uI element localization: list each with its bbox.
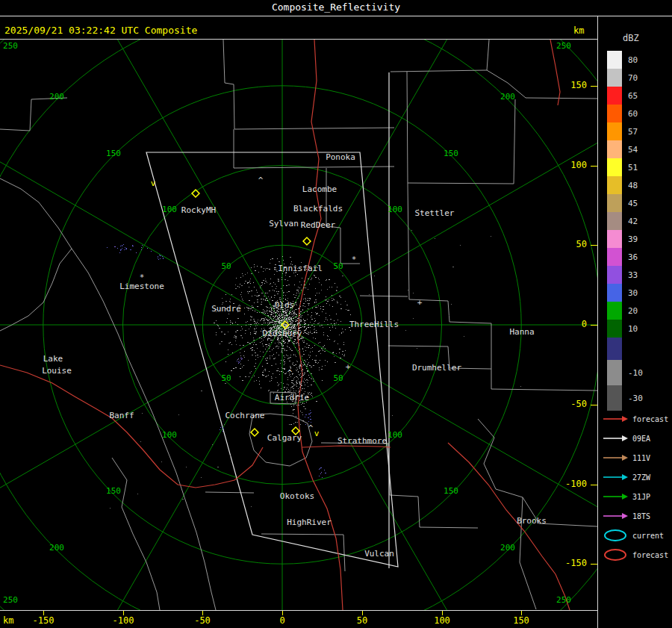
x-axis: km -150-100-50050100150 xyxy=(0,611,598,628)
point-symbol: * xyxy=(140,273,145,282)
colorbar-entry: 45 xyxy=(607,194,643,212)
colorbar-value-label: 36 xyxy=(628,252,638,262)
colorbar-swatch xyxy=(607,194,622,212)
colorbar-swatch xyxy=(607,176,622,194)
colorbar-entry: 65 xyxy=(607,87,643,105)
legend-label: current xyxy=(632,532,664,540)
colorbar-value-label: 65 xyxy=(628,91,638,101)
ring-distance-label: 150 xyxy=(444,149,458,158)
range-spoke xyxy=(282,325,598,529)
city-label: Ponoka xyxy=(326,152,355,162)
legend-item: 18TS xyxy=(603,506,668,526)
ring-distance-label: 200 xyxy=(500,92,515,102)
legend-label: 18TS xyxy=(632,512,650,520)
highway xyxy=(302,446,391,447)
y-axis-unit-label: km xyxy=(573,25,584,36)
city-label: Louise xyxy=(42,366,72,376)
colorbar-entry: 48 xyxy=(607,176,643,194)
colorbar-entry xyxy=(607,338,643,360)
colorbar-entry: 57 xyxy=(607,122,643,140)
ring-distance-label: 100 xyxy=(162,205,177,214)
colorbar-value-label: -10 xyxy=(628,368,643,378)
point-symbol: ^ xyxy=(287,368,293,378)
legend-arrow-icon xyxy=(603,432,629,445)
colorbar-value-label: 54 xyxy=(628,145,638,155)
colorbar-value-label: 51 xyxy=(628,163,638,172)
city-label: Sylvan xyxy=(269,219,299,228)
radar-site-marker xyxy=(251,429,258,436)
city-label: Sundre xyxy=(211,304,241,314)
colorbar-value-label: 45 xyxy=(628,199,638,208)
city-label: Brooks xyxy=(517,516,547,526)
legend-label: 09EA xyxy=(632,435,650,443)
colorbar-value-label: 42 xyxy=(628,217,638,226)
colorbar-swatch xyxy=(607,51,622,69)
colorbar-value-label: 60 xyxy=(628,109,638,119)
ring-distance-label: 250 xyxy=(556,41,571,51)
colorbar-entry: -10 xyxy=(607,360,643,385)
city-label: Airdrie xyxy=(275,393,309,402)
point-symbol: ^ xyxy=(308,423,314,433)
ring-distance-label: 100 xyxy=(162,430,177,440)
range-spoke xyxy=(282,40,486,325)
ring-distance-label: 50 xyxy=(333,261,343,271)
radar-map-canvas: 5050505010010010010015015015015020020020… xyxy=(0,40,598,610)
county-boundary xyxy=(391,40,489,72)
county-boundary xyxy=(321,443,478,528)
x-tick-label: 0 xyxy=(270,615,295,626)
colorbar-swatch xyxy=(607,158,622,176)
point-symbol: + xyxy=(346,362,351,372)
x-tick-label: -150 xyxy=(31,615,56,626)
legend-item: forecast xyxy=(603,409,668,429)
colorbar-entry: 80 xyxy=(607,51,643,69)
city-label: ThreeHills xyxy=(349,320,399,329)
range-spoke xyxy=(0,122,282,326)
legend-label: 111V xyxy=(632,454,650,462)
city-label: Innisfail xyxy=(278,264,323,273)
ring-distance-label: 100 xyxy=(388,205,402,214)
ring-distance-label: 150 xyxy=(106,486,121,496)
county-boundary xyxy=(0,178,216,610)
legend-label: forecast xyxy=(632,551,668,559)
colorbar-swatch xyxy=(607,140,622,158)
colorbar-value-label: 57 xyxy=(628,127,638,137)
city-label: Didsbury xyxy=(263,329,302,338)
radar-map-display[interactable]: 5050505010010010010015015015015020020020… xyxy=(0,39,598,611)
ring-distance-label: 200 xyxy=(49,92,64,102)
colorbar-value-label: 48 xyxy=(628,181,638,190)
colorbar-value-label: 20 xyxy=(628,306,638,316)
legend-item: 27ZW xyxy=(603,467,668,487)
colorbar-swatch xyxy=(607,385,622,411)
legend-ellipse-icon xyxy=(603,548,629,562)
colorbar-swatch xyxy=(607,320,622,338)
dbz-colorbar: 80706560575451484542393633302010-10-30 xyxy=(607,51,643,411)
ring-distance-label: 50 xyxy=(221,373,231,383)
window-title: Composite_Reflectivity xyxy=(272,1,400,13)
colorbar-entry: 54 xyxy=(607,140,643,158)
range-spoke xyxy=(79,325,283,610)
colorbar-swatch xyxy=(607,302,622,320)
ring-distance-label: 200 xyxy=(500,543,515,553)
city-label: Limestone xyxy=(119,282,164,291)
legend-label: 27ZW xyxy=(632,473,650,482)
x-tick-label: -100 xyxy=(111,615,136,626)
colorbar-entry: 70 xyxy=(607,69,643,87)
ring-distance-label: 200 xyxy=(49,543,64,553)
city-label: Lacombe xyxy=(302,184,337,194)
colorbar-swatch xyxy=(607,122,622,140)
colorbar-value-label: 33 xyxy=(628,270,638,280)
colorbar-swatch xyxy=(607,87,622,105)
legend-item: 31JP xyxy=(603,487,668,506)
legend-sidebar: dBZ 80706560575451484542393633302010-10-… xyxy=(597,16,672,628)
x-tick-label: -50 xyxy=(190,615,215,626)
legend-item: 09EA xyxy=(603,429,668,448)
city-label: Strathmore xyxy=(337,436,387,446)
point-symbol: v xyxy=(151,178,156,188)
colorbar-value-label: -30 xyxy=(628,394,643,403)
city-label: HighRiver xyxy=(287,517,332,527)
colorbar-value-label: 30 xyxy=(628,288,638,298)
county-boundary xyxy=(360,296,408,296)
point-symbol: * xyxy=(352,255,357,264)
ring-distance-label: 150 xyxy=(444,486,458,496)
radar-site-marker xyxy=(303,237,311,245)
